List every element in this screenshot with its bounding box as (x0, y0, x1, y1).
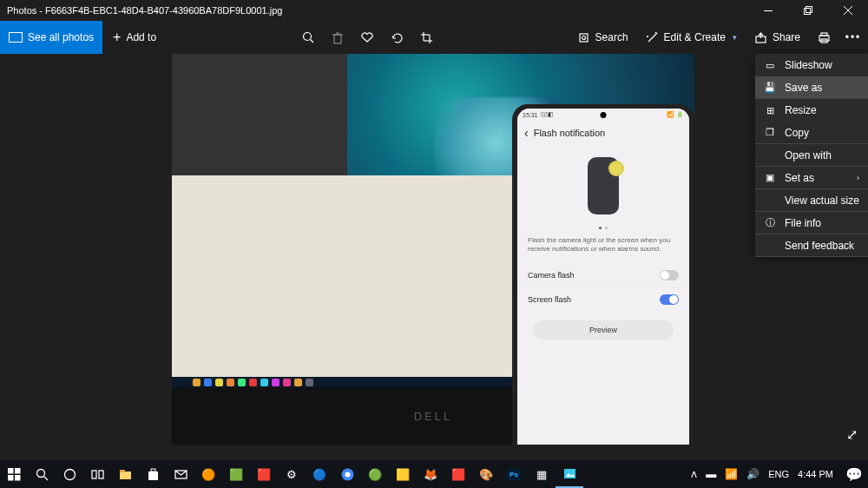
taskbar-app-2[interactable]: 🟩 (222, 460, 250, 488)
menu-copy[interactable]: ❐ Copy (755, 122, 868, 144)
firefox-button[interactable]: 🦊 (417, 460, 444, 488)
zoom-button[interactable] (293, 21, 323, 54)
svg-rect-2 (806, 7, 812, 13)
screen-flash-toggle[interactable] (660, 294, 679, 305)
rotate-button[interactable] (382, 21, 411, 54)
edge-button[interactable]: 🟢 (361, 460, 389, 488)
taskbar-search-button[interactable] (28, 460, 56, 488)
menu-save-as[interactable]: 💾 Save as (755, 76, 868, 99)
phone-illustration (517, 145, 689, 223)
screen-flash-row[interactable]: Screen flash (517, 287, 689, 312)
picture-icon: ▣ (764, 172, 776, 184)
svg-rect-28 (15, 475, 21, 481)
photoshop-button[interactable]: Ps (500, 460, 528, 488)
fileinfo-label: File info (785, 217, 821, 229)
setas-label: Set as (785, 172, 848, 184)
system-tray[interactable]: ʌ ▬ 📶 🔊 ENG 4:44 PM (691, 468, 840, 480)
minimize-button[interactable] (748, 0, 788, 21)
back-icon[interactable]: ‹ (524, 126, 529, 140)
plus-icon: + (113, 30, 121, 45)
preview-label: Preview (589, 326, 617, 334)
share-button[interactable]: Share (746, 21, 809, 54)
windows-taskbar: 🟠 🟩 🟥 ⚙ 🔵 🟢 🟨 🦊 🟥 🎨 Ps ▦ ʌ ▬ 📶 🔊 ENG 4:4… (0, 460, 868, 488)
svg-rect-26 (15, 468, 21, 474)
app-toolbar: See all photos + Add to Search Edit & Cr… (0, 21, 868, 54)
menu-file-info[interactable]: ⓘ File info (755, 212, 868, 234)
addto-label: Add to (126, 31, 156, 43)
copy-label: Copy (785, 127, 809, 139)
camera-flash-label: Camera flash (528, 271, 660, 280)
app-name: Photos (7, 5, 36, 16)
svg-rect-37 (151, 469, 155, 472)
tray-up-icon[interactable]: ʌ (691, 468, 697, 480)
chrome-button[interactable] (333, 460, 361, 488)
mail-button[interactable] (167, 460, 194, 488)
language-indicator[interactable]: ENG (768, 469, 789, 479)
svg-point-15 (582, 36, 585, 39)
photos-taskbar-button[interactable] (556, 460, 583, 488)
taskbar-app-8[interactable]: 🎨 (472, 460, 500, 488)
store-button[interactable] (139, 460, 167, 488)
add-to-button[interactable]: + Add to (102, 30, 167, 45)
copy-icon: ❐ (764, 127, 776, 139)
menu-open-with[interactable]: Open with (755, 144, 868, 167)
share-icon (754, 31, 767, 44)
cortana-button[interactable] (56, 460, 83, 488)
phone-device: 15:31 ▯▯◧ 📶 🔋 ‹ Flash notification Flash… (512, 104, 694, 445)
taskbar-app-4[interactable]: ⚙ (278, 460, 306, 488)
openwith-label: Open with (785, 149, 832, 162)
menu-resize[interactable]: ⊞ Resize (755, 99, 868, 122)
taskbar-app-1[interactable]: 🟠 (194, 460, 222, 488)
menu-view-actual-size[interactable]: View actual size (755, 189, 868, 212)
monitor-brand: DELL (414, 410, 453, 423)
volume-icon[interactable]: 🔊 (746, 468, 760, 480)
file-name: F6663F4B-EBC1-48D4-B407-43960BA78DF9L000… (45, 5, 282, 16)
menu-send-feedback[interactable]: Send feedback (755, 234, 868, 257)
file-explorer-button[interactable] (111, 460, 139, 488)
camera-flash-row[interactable]: Camera flash (517, 263, 689, 287)
menu-set-as[interactable]: ▣ Set as › (755, 167, 868, 189)
delete-button[interactable] (323, 21, 352, 54)
fullscreen-button[interactable]: ⤢ (846, 426, 858, 443)
menu-slideshow[interactable]: ▭ Slideshow (755, 54, 868, 76)
see-all-label: See all photos (28, 31, 94, 43)
led-icon (608, 161, 624, 176)
wifi-icon[interactable]: 📶 (725, 468, 738, 480)
maximize-button[interactable] (788, 0, 828, 21)
share-label: Share (773, 31, 800, 43)
battery-icon[interactable]: ▬ (706, 468, 716, 480)
edit-create-button[interactable]: Edit & Create ▾ (637, 21, 746, 54)
favorite-button[interactable] (352, 21, 382, 54)
page-dots (517, 223, 689, 233)
clock[interactable]: 4:44 PM (798, 469, 833, 479)
photo-content[interactable]: F31 PM DELL 15:31 ▯▯◧ 📶 🔋 ‹ Flash notifi… (172, 54, 694, 445)
search-button[interactable]: Search (569, 21, 637, 54)
svg-rect-14 (580, 34, 588, 42)
more-button[interactable]: ••• (838, 21, 868, 54)
info-icon: ⓘ (764, 217, 776, 229)
svg-line-6 (310, 39, 313, 43)
svg-rect-36 (148, 472, 158, 480)
start-button[interactable] (0, 460, 28, 488)
photo-stage: F31 PM DELL 15:31 ▯▯◧ 📶 🔋 ‹ Flash notifi… (0, 54, 868, 450)
chevron-right-icon: › (857, 174, 859, 182)
taskbar-app-3[interactable]: 🟥 (250, 460, 278, 488)
print-button[interactable] (809, 21, 838, 54)
preview-button[interactable]: Preview (533, 320, 674, 340)
action-center-button[interactable]: 💬 (840, 460, 868, 488)
slideshow-label: Slideshow (785, 59, 832, 71)
camera-flash-toggle[interactable] (660, 270, 679, 280)
close-button[interactable] (828, 0, 868, 21)
taskbar-app-5[interactable]: 🔵 (306, 460, 333, 488)
search-label: Search (595, 31, 628, 43)
taskbar-app-9[interactable]: ▦ (528, 460, 556, 488)
crop-button[interactable] (411, 21, 441, 54)
see-all-photos-button[interactable]: See all photos (0, 21, 102, 54)
resize-label: Resize (785, 104, 817, 116)
slideshow-icon: ▭ (764, 59, 776, 71)
taskbar-app-6[interactable]: 🟨 (389, 460, 417, 488)
magic-icon (646, 31, 659, 44)
taskbar-app-7[interactable]: 🟥 (444, 460, 472, 488)
task-view-button[interactable] (83, 460, 111, 488)
photo-icon (9, 32, 23, 43)
